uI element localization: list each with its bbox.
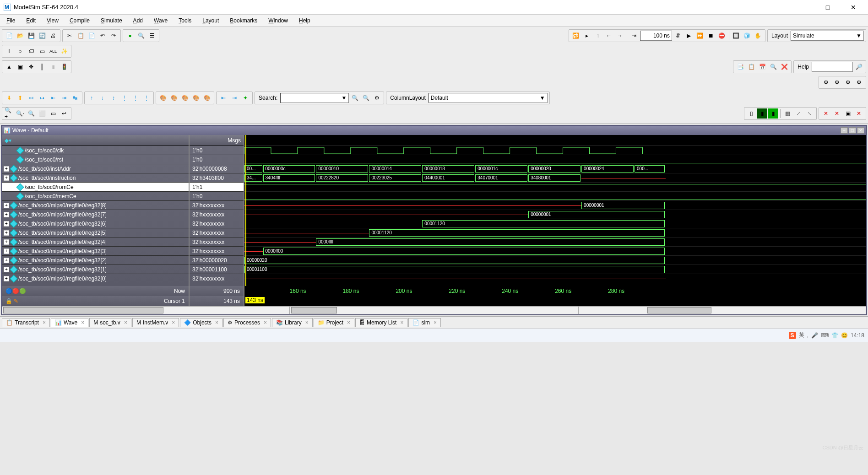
ime-badge[interactable]: S bbox=[789, 332, 796, 339]
keyboard-icon[interactable]: ⌨ bbox=[821, 332, 829, 339]
traffic-icon[interactable]: 🚦 bbox=[59, 62, 69, 72]
save-icon[interactable]: 💾 bbox=[26, 31, 36, 41]
tab-close-icon[interactable]: × bbox=[172, 319, 175, 326]
zoom-fit-icon[interactable]: ⬜ bbox=[37, 108, 47, 119]
mem-icon[interactable]: 🧊 bbox=[742, 31, 752, 41]
signal-row[interactable]: /soc_tb/soc0/romCe bbox=[2, 183, 189, 192]
wave-pane[interactable]: 00...0000000c000000100000001400000018000… bbox=[244, 135, 866, 286]
hand-icon[interactable]: ✋ bbox=[753, 31, 763, 41]
opt5-icon[interactable]: ❌ bbox=[779, 62, 789, 72]
wave-row[interactable]: 00000020 bbox=[244, 256, 866, 265]
time-ruler[interactable]: 160 ns180 ns200 ns220 ns240 ns260 ns280 … bbox=[244, 286, 866, 296]
search-next-icon[interactable]: 🔍 bbox=[361, 93, 371, 103]
help-search-icon[interactable]: 🔎 bbox=[854, 62, 864, 72]
find-icon[interactable]: 🔍 bbox=[136, 31, 146, 41]
zoom-out-icon[interactable]: 🔍- bbox=[15, 108, 25, 119]
wave-row[interactable] bbox=[244, 192, 866, 201]
tag-icon[interactable]: 🏷 bbox=[26, 46, 36, 56]
wave-hscroll[interactable] bbox=[578, 306, 866, 314]
pointer-icon[interactable]: ▲ bbox=[4, 62, 14, 72]
box-icon[interactable]: ▭ bbox=[37, 46, 47, 56]
all-icon[interactable]: ALL bbox=[48, 46, 58, 56]
shirt-icon[interactable]: 👕 bbox=[831, 332, 838, 339]
open-icon[interactable]: 📂 bbox=[15, 31, 25, 41]
columnlayout-combo[interactable]: Default ▼ bbox=[429, 93, 548, 103]
wave-min-button[interactable]: – bbox=[841, 127, 848, 134]
expand-icon[interactable]: + bbox=[4, 212, 9, 217]
signal-row[interactable]: /soc_tb/soc0/memCe bbox=[2, 192, 189, 201]
wave-row[interactable]: 34...3404ffff002228200022302504400001340… bbox=[244, 173, 866, 183]
step-icon[interactable]: ▸ bbox=[582, 31, 592, 41]
run-step-icon[interactable]: ▶ bbox=[684, 31, 694, 41]
run-all-icon[interactable]: ⇥ bbox=[629, 31, 639, 41]
c6-icon[interactable]: ⇥ bbox=[59, 93, 69, 103]
wave-row[interactable] bbox=[244, 183, 866, 192]
menu-bookmarks[interactable]: Bookmarks bbox=[225, 16, 262, 25]
signal-row[interactable]: +/soc_tb/soc0/mips0/regfile0/reg32[5] bbox=[2, 228, 189, 238]
tab-close-icon[interactable]: × bbox=[347, 319, 350, 326]
tab-transcript[interactable]: 📋Transcript× bbox=[2, 318, 50, 327]
gear4-icon[interactable]: ⚙ bbox=[854, 77, 864, 87]
wx3-icon[interactable]: ▣ bbox=[843, 108, 853, 119]
vbars-icon[interactable]: ║ bbox=[37, 62, 47, 72]
e3-icon[interactable]: ↕ bbox=[108, 93, 119, 103]
paste-icon[interactable]: 📄 bbox=[87, 31, 97, 41]
forward-icon[interactable]: → bbox=[615, 31, 625, 41]
col1-icon[interactable]: 🎨 bbox=[158, 93, 168, 103]
menu-simulate[interactable]: Simulate bbox=[96, 16, 127, 25]
coverage-icon[interactable]: 🔲 bbox=[731, 31, 741, 41]
c5-icon[interactable]: ⇤ bbox=[48, 93, 58, 103]
zoom-last-icon[interactable]: ↩ bbox=[59, 108, 69, 119]
wave-row[interactable] bbox=[244, 146, 866, 155]
gear2-icon[interactable]: ⚙ bbox=[832, 77, 842, 87]
zoom-sel-icon[interactable]: ▭ bbox=[48, 108, 58, 119]
spin-icon[interactable]: ⇵ bbox=[673, 31, 683, 41]
maximize-button[interactable]: □ bbox=[820, 2, 835, 13]
wv1-icon[interactable]: ▯ bbox=[746, 108, 756, 119]
wave-row[interactable] bbox=[244, 274, 866, 283]
col3-icon[interactable]: 🎨 bbox=[180, 93, 190, 103]
signal-row[interactable]: +/soc_tb/soc0/mips0/regfile0/reg32[1] bbox=[2, 265, 189, 274]
menu-tools[interactable]: Tools bbox=[174, 16, 196, 25]
tab-close-icon[interactable]: × bbox=[215, 319, 218, 326]
wx2-icon[interactable]: ✕ bbox=[832, 108, 842, 119]
signal-row[interactable]: +/soc_tb/soc0/mips0/regfile0/reg32[8] bbox=[2, 201, 189, 210]
wave-row[interactable]: 00...0000000c000000100000001400000018000… bbox=[244, 164, 866, 173]
search-opt-icon[interactable]: ⚙ bbox=[372, 93, 382, 103]
print-icon[interactable]: 🖨 bbox=[48, 31, 58, 41]
menu-add[interactable]: Add bbox=[129, 16, 147, 25]
expand-icon[interactable]: + bbox=[4, 175, 9, 181]
e4-icon[interactable]: ⋮ bbox=[119, 93, 130, 103]
e6-icon[interactable]: ⋮ bbox=[141, 93, 152, 103]
tab-close-icon[interactable]: × bbox=[434, 319, 437, 326]
lang-indicator[interactable]: 英 bbox=[799, 331, 804, 339]
signal-row[interactable]: +/soc_tb/soc0/mips0/regfile0/reg32[3] bbox=[2, 247, 189, 256]
menu-view[interactable]: View bbox=[42, 16, 63, 25]
signal-row[interactable]: +/soc_tb/soc0/instAddr bbox=[2, 164, 189, 173]
tab-close-icon[interactable]: × bbox=[43, 319, 46, 326]
signal-row[interactable]: +/soc_tb/soc0/instruction bbox=[2, 173, 189, 183]
wand-icon[interactable]: ✨ bbox=[59, 46, 69, 56]
close-button[interactable]: ✕ bbox=[846, 2, 861, 13]
c7-icon[interactable]: ↹ bbox=[70, 93, 80, 103]
c1-icon[interactable]: ⬇ bbox=[4, 93, 14, 103]
wave-max-button[interactable]: □ bbox=[849, 127, 856, 134]
tab-close-icon[interactable]: × bbox=[264, 319, 267, 326]
wave-row[interactable]: 00001100 bbox=[244, 265, 866, 274]
expand-icon[interactable]: + bbox=[4, 166, 9, 172]
minimize-button[interactable]: — bbox=[795, 2, 809, 13]
cursor-marker[interactable] bbox=[245, 135, 246, 286]
menu-window[interactable]: Window bbox=[264, 16, 293, 25]
signal-menu-icon[interactable]: ◆▾ bbox=[5, 137, 11, 144]
e1-icon[interactable]: ↑ bbox=[87, 93, 97, 103]
group-icon[interactable]: ▣ bbox=[15, 62, 25, 72]
opt3-icon[interactable]: 📅 bbox=[757, 62, 767, 72]
c4-icon[interactable]: ↦ bbox=[37, 93, 47, 103]
back-icon[interactable]: ← bbox=[604, 31, 614, 41]
tab-project[interactable]: 📁Project× bbox=[314, 318, 354, 327]
list-icon[interactable]: ☰ bbox=[147, 31, 157, 41]
expand-icon[interactable]: + bbox=[4, 258, 9, 263]
run-cont-icon[interactable]: ⏩ bbox=[695, 31, 705, 41]
up-icon[interactable]: ↑ bbox=[593, 31, 603, 41]
tab-close-icon[interactable]: × bbox=[81, 319, 84, 326]
